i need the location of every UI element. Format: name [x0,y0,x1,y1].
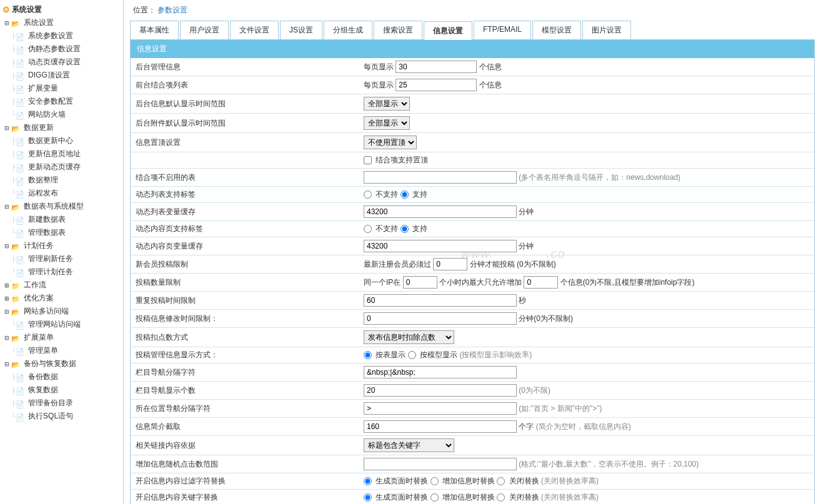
sidebar-tree: 系统设置 ⊟系统设置├系统参数设置├伪静态参数设置├动态页缓存设置├DIGG顶设… [0,0,124,504]
list-cache-input[interactable] [364,205,517,218]
tree-item[interactable]: ├备份数据 [11,370,123,383]
summary-cut-input[interactable] [364,420,517,433]
file-icon [16,216,26,224]
minus-icon[interactable]: ⊟ [2,20,11,26]
main-content: www. .co 位置： 参数设置 基本属性用户设置文件设置JS设置分组生成搜索… [124,0,821,504]
tab-图片设置[interactable]: 图片设置 [582,21,631,39]
tree-item[interactable]: └执行SQL语句 [11,410,123,423]
tree-item[interactable]: ├恢复数据 [11,383,123,397]
minus-icon[interactable]: ⊟ [2,125,11,131]
random-click-input[interactable] [364,458,517,470]
minus-icon[interactable]: ⊟ [2,335,11,341]
tree-item[interactable]: ├新建数据表 [11,213,123,226]
folder-icon [11,308,21,315]
file-icon [16,164,26,171]
tree-item[interactable]: └管理菜单 [11,344,123,357]
tab-搜索设置[interactable]: 搜索设置 [374,21,422,39]
nav-count-input[interactable] [364,384,517,397]
tree-group[interactable]: ⊟扩展菜单 [0,331,123,344]
tree-item[interactable]: └网站防火墙 [11,108,123,121]
tree-item[interactable]: ├扩展变量 [11,82,123,95]
tree-group[interactable]: ⊟计划任务 [0,239,123,252]
minus-icon[interactable]: ⊟ [2,309,11,315]
minus-icon[interactable]: ⊟ [2,204,11,210]
tree-item[interactable]: └管理数据表 [11,226,123,239]
tree-item[interactable]: ├安全参数配置 [11,95,123,108]
tree-item[interactable]: ├系统参数设置 [11,29,123,42]
tree-item[interactable]: ├数据整理 [11,174,123,187]
disabled-tables-input[interactable] [364,171,517,184]
edit-time-limit-input[interactable] [364,312,517,325]
content-cache-input[interactable] [364,240,517,252]
folder-icon [11,19,21,27]
tree-group[interactable]: ⊟数据表与系统模型 [0,200,123,213]
file-icon [16,85,26,92]
tab-用户设置[interactable]: 用户设置 [180,21,229,39]
tab-分组生成[interactable]: 分组生成 [324,21,372,39]
time-range-info-select[interactable]: 全部显示 [364,97,410,111]
plus-icon[interactable]: ⊞ [2,282,11,289]
panel-title: 信息设置 [131,40,814,58]
breadcrumb: 位置： 参数设置 [130,3,815,21]
folder-icon [11,295,21,302]
folder-icon [11,334,21,342]
plus-icon[interactable]: ⊞ [2,295,11,302]
file-icon [16,255,26,263]
file-icon [16,400,26,407]
tree-item[interactable]: ├数据更新中心 [11,134,123,147]
point-deduct-select[interactable]: 发布信息时扣除点数 [364,330,454,344]
file-icon [16,151,26,158]
tree-group[interactable]: ⊟备份与恢复数据 [0,357,123,370]
minus-icon[interactable]: ⊟ [2,361,11,367]
tab-信息设置[interactable]: 信息设置 [424,21,472,40]
file-icon [16,321,26,329]
tab-文件设置[interactable]: 文件设置 [230,21,279,39]
root-label: 系统设置 [12,4,42,15]
repeat-limit-input[interactable] [364,294,517,307]
tree-item[interactable]: └远程发布 [11,187,123,200]
tree-item[interactable]: ├更新信息页地址 [11,147,123,161]
tree-item[interactable]: ├管理备份目录 [11,397,123,410]
per-page-front-input[interactable] [396,79,477,91]
time-range-attach-select[interactable]: 全部显示 [364,116,410,130]
tree-item[interactable]: ├DIGG顶设置 [11,69,123,82]
tree-root[interactable]: 系统设置 [0,3,123,16]
tab-基本属性[interactable]: 基本属性 [130,21,179,39]
file-icon [16,59,26,66]
tree-item[interactable]: ├管理刷新任务 [11,252,123,265]
gear-icon [2,5,12,14]
tree-group[interactable]: ⊞优化方案 [0,292,123,305]
combine-top-checkbox[interactable] [364,156,372,164]
tab-JS设置[interactable]: JS设置 [280,21,322,39]
top-setting-select[interactable]: 不使用置顶 [364,136,417,149]
tree-group[interactable]: ⊟数据更新 [0,121,123,134]
tab-FTP/EMAIL[interactable]: FTP/EMAIL [474,21,531,39]
minus-icon[interactable]: ⊟ [2,243,11,249]
tree-group[interactable]: ⊟系统设置 [0,16,123,29]
file-icon [16,413,26,420]
tab-模型设置[interactable]: 模型设置 [532,21,581,39]
ip-max-input[interactable] [524,276,558,289]
per-page-admin-input[interactable] [396,61,477,73]
folder-icon [11,282,21,289]
related-link-select[interactable]: 标题包含关键字 [364,438,454,452]
file-icon [16,387,26,394]
tree-group[interactable]: ⊞工作流 [0,279,123,292]
tree-item[interactable]: └管理计划任务 [11,265,123,279]
file-icon [16,347,26,355]
nav-separator-input[interactable] [364,366,517,378]
breadcrumb-link[interactable]: 参数设置 [157,6,187,14]
tree-item[interactable]: ├伪静态参数设置 [11,42,123,56]
tree-item[interactable]: ├动态页缓存设置 [11,56,123,69]
tree-item[interactable]: ├更新动态页缓存 [11,161,123,174]
folder-icon [11,242,21,250]
file-icon [16,373,26,381]
file-icon [16,177,26,184]
file-icon [16,46,26,53]
file-icon [16,32,26,40]
tree-group[interactable]: ⊟网站多访问端 [0,305,123,318]
new-member-limit-input[interactable] [433,258,467,270]
tree-item[interactable]: └管理网站访问端 [11,318,123,331]
location-sep-input[interactable] [364,402,517,415]
ip-hours-input[interactable] [403,276,437,289]
